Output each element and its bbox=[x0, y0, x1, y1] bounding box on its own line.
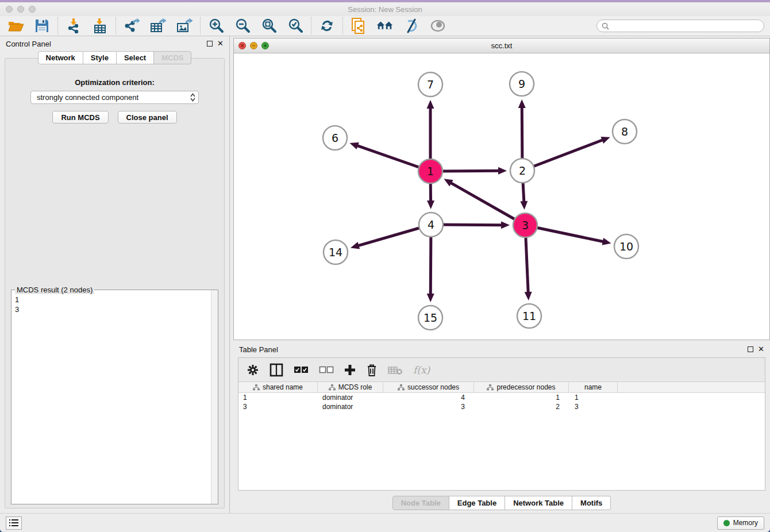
tab-motifs[interactable]: Motifs bbox=[572, 496, 611, 510]
graph-edge[interactable] bbox=[451, 183, 525, 225]
dropdown-value: strongly connected component bbox=[37, 93, 190, 102]
show-all-icon bbox=[429, 17, 446, 34]
tab-network[interactable]: Network bbox=[38, 51, 83, 64]
network-close-icon[interactable]: ✕ bbox=[238, 42, 246, 49]
float-table-panel-icon[interactable] bbox=[748, 346, 753, 352]
control-panel: Control Panel ✕ Network Style Select MCD… bbox=[0, 36, 230, 513]
control-panel-title: Control Panel bbox=[6, 40, 51, 48]
mcds-panel-body: Optimization criterion: strongly connect… bbox=[5, 58, 225, 508]
graph-node-label: 11 bbox=[522, 310, 536, 322]
tab-select[interactable]: Select bbox=[117, 51, 154, 64]
graph-edge-arrowhead bbox=[427, 201, 434, 209]
open-file-icon[interactable] bbox=[7, 17, 24, 34]
optimization-criterion-dropdown[interactable]: strongly connected component bbox=[30, 91, 199, 104]
graph-edge-arrowhead bbox=[427, 100, 434, 109]
memory-button[interactable]: Memory bbox=[717, 516, 764, 530]
table-panel-title: Table Panel bbox=[239, 345, 278, 354]
network-window: scc.txt ✕ − + 1234678910111415 bbox=[233, 38, 770, 340]
columns-icon[interactable] bbox=[270, 363, 283, 377]
gear-icon[interactable] bbox=[247, 364, 259, 376]
tab-network-table[interactable]: Network Table bbox=[505, 496, 572, 510]
deselect-all-icon[interactable] bbox=[319, 366, 334, 374]
graph-edge-arrowhead bbox=[518, 99, 526, 108]
tab-edge-table[interactable]: Edge Table bbox=[449, 496, 505, 510]
table-row[interactable]: 3 dominator 3 2 3 bbox=[238, 402, 765, 411]
memory-label: Memory bbox=[733, 519, 758, 527]
table-panel: Table Panel ✕ bbox=[233, 340, 770, 513]
graph-node-label: 1 bbox=[427, 165, 434, 178]
tab-mcds[interactable]: MCDS bbox=[154, 51, 191, 64]
graph-edge-arrowhead bbox=[525, 292, 532, 300]
window-title: Session: New Session bbox=[0, 5, 770, 14]
cell-predecessor-nodes: 1 bbox=[474, 394, 569, 402]
table-toolbar: f(x) bbox=[238, 358, 765, 382]
zoom-fit-icon[interactable] bbox=[260, 17, 278, 34]
refresh-layout-icon[interactable] bbox=[318, 17, 336, 34]
tab-node-table[interactable]: Node Table bbox=[392, 496, 449, 510]
zoom-out-icon[interactable] bbox=[234, 17, 251, 34]
first-neighbors-icon[interactable] bbox=[376, 17, 394, 34]
delete-column-icon[interactable] bbox=[366, 363, 378, 377]
import-network-icon[interactable] bbox=[65, 17, 82, 34]
table-panel-tabs: Node Table Edge Table Network Table Moti… bbox=[233, 496, 770, 510]
graph-node-label: 2 bbox=[519, 164, 526, 177]
graph-edge-arrowhead bbox=[520, 201, 528, 210]
search-text-field[interactable] bbox=[612, 22, 759, 30]
mcds-result-title: MCDS result (2 nodes) bbox=[15, 286, 94, 294]
cell-shared-name: 1 bbox=[238, 394, 318, 402]
zoom-selected-icon[interactable] bbox=[287, 17, 304, 34]
right-area: scc.txt ✕ − + 1234678910111415 Table Pan… bbox=[230, 36, 770, 513]
table-header-row: shared name MCDS role successor nodes bbox=[238, 382, 765, 393]
float-panel-icon[interactable] bbox=[207, 41, 213, 47]
control-panel-header: Control Panel ✕ bbox=[0, 36, 229, 51]
network-zoom-icon[interactable]: + bbox=[261, 42, 269, 49]
add-column-icon[interactable] bbox=[344, 364, 356, 376]
cell-predecessor-nodes: 2 bbox=[474, 403, 569, 411]
panel-spacer bbox=[9, 124, 221, 290]
function-builder-icon: f(x) bbox=[413, 364, 430, 376]
task-history-button[interactable] bbox=[6, 516, 22, 530]
column-header-successor-nodes[interactable]: successor nodes bbox=[383, 382, 474, 392]
export-table-icon[interactable] bbox=[149, 17, 167, 34]
network-window-controls: ✕ − + bbox=[238, 42, 269, 49]
result-scrollbar[interactable] bbox=[211, 290, 218, 504]
column-header-mcds-role[interactable]: MCDS role bbox=[318, 382, 383, 392]
graph-node-label: 14 bbox=[329, 246, 342, 259]
import-table-icon[interactable] bbox=[91, 17, 109, 34]
close-panel-icon[interactable]: ✕ bbox=[217, 41, 224, 47]
app-window: Session: New Session bbox=[0, 2, 770, 532]
column-header-predecessor-nodes[interactable]: predecessor nodes bbox=[474, 382, 569, 392]
table-row[interactable]: 1 dominator 4 1 1 bbox=[238, 393, 765, 402]
graph-node-label: 7 bbox=[427, 78, 434, 91]
mcds-buttons-row: Run MCDS Close panel bbox=[9, 111, 221, 124]
column-header-name[interactable]: name bbox=[569, 382, 618, 392]
column-type-icon bbox=[487, 384, 494, 391]
search-input[interactable] bbox=[596, 20, 764, 32]
duplicate-network-icon[interactable] bbox=[350, 17, 367, 34]
result-line: 1 bbox=[15, 295, 207, 304]
network-canvas[interactable]: 1234678910111415 bbox=[234, 53, 769, 340]
network-minimize-icon[interactable]: − bbox=[250, 42, 257, 49]
export-network-icon[interactable] bbox=[123, 17, 140, 34]
column-type-icon bbox=[329, 384, 336, 391]
mcds-result-list[interactable]: 1 3 bbox=[11, 290, 211, 504]
graph-edge-arrowhead bbox=[349, 142, 359, 149]
memory-status-icon bbox=[723, 520, 730, 526]
main-area: Control Panel ✕ Network Style Select MCD… bbox=[0, 36, 770, 513]
close-table-panel-icon[interactable]: ✕ bbox=[758, 346, 764, 352]
save-session-icon[interactable] bbox=[33, 17, 51, 34]
table-panel-box: f(x) shared name MCDS role bbox=[238, 357, 765, 491]
run-mcds-button[interactable]: Run MCDS bbox=[52, 111, 108, 124]
close-panel-button[interactable]: Close panel bbox=[118, 111, 177, 124]
network-graph[interactable]: 1234678910111415 bbox=[234, 53, 768, 340]
list-icon bbox=[9, 519, 18, 527]
optimization-criterion-label: Optimization criterion: bbox=[9, 78, 221, 87]
zoom-in-icon[interactable] bbox=[207, 17, 225, 34]
select-all-icon[interactable] bbox=[294, 366, 309, 374]
export-image-icon[interactable] bbox=[176, 17, 193, 34]
graph-edge-arrowhead bbox=[498, 167, 507, 175]
graph-edge[interactable] bbox=[522, 140, 603, 171]
column-header-shared-name[interactable]: shared name bbox=[238, 382, 318, 392]
hide-selected-icon[interactable] bbox=[403, 17, 420, 34]
tab-style[interactable]: Style bbox=[83, 51, 117, 64]
